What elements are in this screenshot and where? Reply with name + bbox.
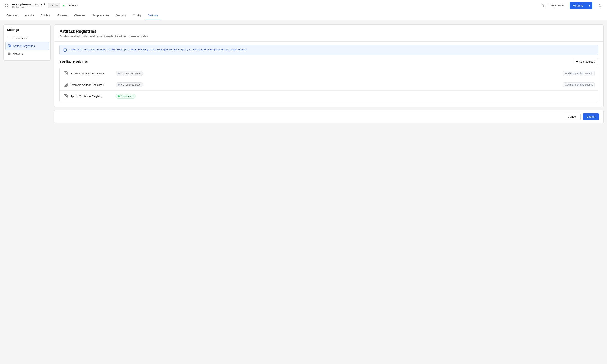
registry-name-3: Apollo Container Registry (70, 95, 113, 98)
panel-title: Artifact Registries (59, 29, 598, 34)
tab-changes[interactable]: Changes (71, 11, 88, 20)
content-panel: Artifact Registries Entities installed o… (54, 25, 604, 357)
status-dot-1 (118, 73, 120, 74)
svg-rect-22 (64, 83, 67, 87)
footer-bar: Cancel Submit (54, 110, 604, 123)
info-banner: There are 2 unsaved changes: Adding Exam… (59, 45, 598, 55)
add-registry-button[interactable]: + Add Registry (573, 58, 598, 65)
artifact-registries-card: Artifact Registries Entities installed o… (54, 25, 604, 107)
sidebar-item-environment-label: Environment (13, 37, 28, 40)
sidebar-item-network-label: Network (13, 52, 23, 56)
team-name: example-team (547, 4, 565, 7)
registry-count: 3 Artifact Registries (59, 60, 88, 63)
svg-point-17 (65, 49, 65, 50)
status-badge-3: Connected (116, 94, 135, 99)
env-name: example-environment (12, 2, 45, 6)
registry-name-2: Example Artifact Registry 1 (70, 83, 113, 87)
svg-rect-8 (8, 45, 11, 47)
sidebar-title: Settings (4, 27, 51, 34)
dev-badge: Dev (48, 3, 60, 8)
settings-sidebar: Settings Environment (3, 25, 51, 61)
env-type: Environment (12, 6, 45, 9)
connected-label: Connected (66, 4, 79, 7)
sidebar-item-environment[interactable]: Environment (4, 34, 51, 42)
svg-rect-26 (64, 94, 67, 98)
connected-badge: Connected (63, 4, 79, 7)
sidebar-item-artifact-registries-label: Artifact Registries (13, 44, 35, 48)
phone-icon (542, 4, 546, 7)
status-label-2: No reported state (121, 83, 141, 86)
main-layout: Settings Environment (0, 20, 607, 362)
sidebar-item-network[interactable]: Network (4, 50, 51, 58)
status-dot-2 (118, 84, 120, 86)
tab-settings[interactable]: Settings (145, 11, 161, 20)
registry-row[interactable]: Example Artifact Registry 2 No reported … (60, 68, 598, 79)
plus-icon: + (576, 60, 578, 63)
tab-suppressions[interactable]: Suppressions (89, 11, 112, 20)
info-banner-text: There are 2 unsaved changes: Adding Exam… (69, 48, 247, 51)
actions-button[interactable]: Actions ▾ (570, 2, 592, 9)
registry-row[interactable]: Apollo Container Registry Connected (60, 91, 598, 102)
team-info: example-team (542, 4, 565, 7)
svg-rect-3 (7, 6, 8, 7)
cancel-button[interactable]: Cancel (564, 113, 580, 120)
dev-label: Dev (54, 4, 58, 7)
connected-dot (63, 5, 65, 6)
registry-name-1: Example Artifact Registry 2 (70, 72, 113, 75)
registry-icon-3 (63, 94, 68, 99)
status-label-1: No reported state (121, 72, 141, 75)
svg-rect-2 (5, 6, 6, 7)
status-dot-3 (118, 95, 120, 97)
registry-table: Example Artifact Registry 2 No reported … (59, 68, 598, 102)
info-icon (63, 48, 67, 52)
registry-list-section: 3 Artifact Registries + Add Registry (54, 58, 603, 107)
top-header: example-environment Environment Dev Conn… (0, 0, 607, 11)
panel-header: Artifact Registries Entities installed o… (54, 25, 603, 42)
tab-modules[interactable]: Modules (54, 11, 70, 20)
tab-entities[interactable]: Entities (38, 11, 53, 20)
sidebar-item-artifact-registries[interactable]: Artifact Registries (5, 42, 49, 50)
status-badge-2: No reported state (116, 82, 143, 87)
tab-config[interactable]: Config (130, 11, 144, 20)
status-label-3: Connected (121, 95, 133, 98)
env-info: example-environment Environment (12, 2, 45, 9)
notifications-icon[interactable] (597, 2, 604, 9)
environment-icon (7, 36, 11, 40)
pending-label-2: Addition pending submit (563, 82, 594, 87)
artifact-registries-icon (7, 44, 11, 48)
registry-icon-1 (63, 71, 68, 76)
registry-row[interactable]: Example Artifact Registry 1 No reported … (60, 79, 598, 91)
status-badge-1: No reported state (116, 71, 143, 76)
tab-activity[interactable]: Activity (22, 11, 37, 20)
tab-security[interactable]: Security (113, 11, 129, 20)
svg-rect-18 (64, 72, 67, 75)
tab-overview[interactable]: Overview (3, 11, 21, 20)
actions-caret-icon: ▾ (587, 2, 592, 9)
nav-tabs: Overview Activity Entities Modules Chang… (0, 11, 607, 20)
submit-button[interactable]: Submit (583, 113, 599, 120)
actions-label: Actions (570, 2, 586, 9)
panel-subtitle: Entities installed on this environment a… (59, 35, 598, 38)
registry-list-header: 3 Artifact Registries + Add Registry (59, 58, 598, 65)
svg-rect-0 (5, 4, 6, 5)
registry-icon-2 (63, 82, 68, 87)
add-registry-label: Add Registry (579, 60, 595, 63)
svg-rect-1 (7, 4, 8, 5)
pending-label-1: Addition pending submit (563, 71, 594, 76)
dev-icon (50, 4, 53, 7)
network-icon (7, 52, 11, 56)
app-logo (3, 2, 10, 9)
